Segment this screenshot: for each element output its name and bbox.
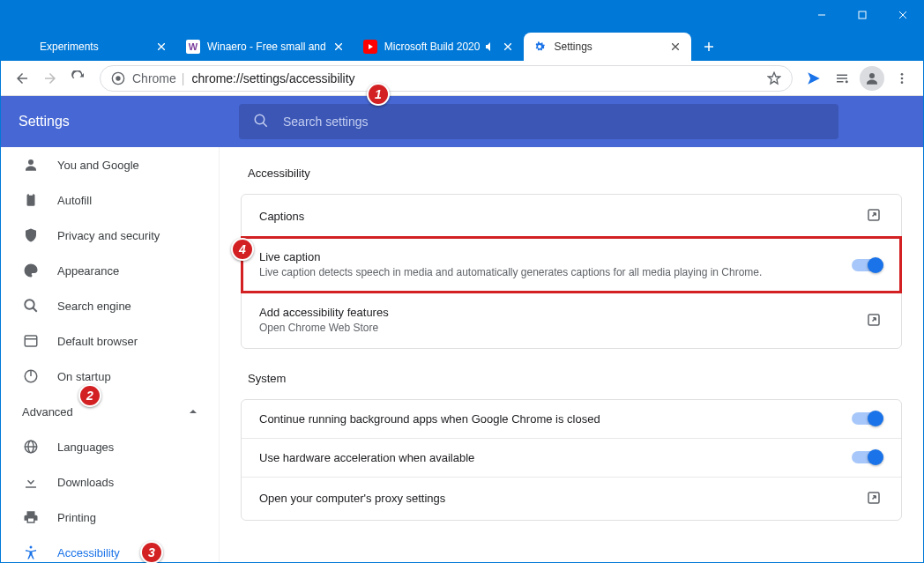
sidebar-item-label: Accessibility bbox=[57, 546, 120, 559]
browser-toolbar: Chrome | chrome://settings/accessibility bbox=[1, 61, 923, 96]
sidebar-item-label: Privacy and security bbox=[57, 229, 160, 242]
row-label: Continue running background apps when Go… bbox=[259, 412, 852, 426]
chevron-up-icon bbox=[189, 405, 197, 419]
row-subtitle: Live caption detects speech in media and… bbox=[259, 265, 852, 280]
extension-icon-2[interactable] bbox=[828, 64, 856, 93]
advanced-label: Advanced bbox=[22, 405, 73, 419]
row-subtitle: Open Chrome Web Store bbox=[259, 321, 866, 336]
close-icon[interactable] bbox=[668, 40, 682, 54]
settings-main: Accessibility Captions Live caption Live… bbox=[220, 147, 923, 563]
captions-row[interactable]: Captions bbox=[242, 195, 901, 237]
section-title: Accessibility bbox=[248, 167, 902, 180]
external-link-icon bbox=[866, 312, 883, 330]
hardware-accel-toggle[interactable] bbox=[852, 451, 883, 463]
svg-rect-17 bbox=[837, 74, 847, 76]
window-minimize-button[interactable] bbox=[801, 1, 842, 29]
tab-strip: Experiments W Winaero - Free small and M… bbox=[1, 29, 923, 61]
svg-rect-18 bbox=[837, 78, 847, 79]
sidebar-item-label: On startup bbox=[57, 370, 111, 383]
sidebar-item-label: Search engine bbox=[57, 300, 131, 313]
section-title: System bbox=[248, 372, 902, 385]
forward-button[interactable] bbox=[36, 64, 64, 93]
svg-line-31 bbox=[33, 307, 37, 312]
svg-rect-19 bbox=[837, 81, 844, 83]
svg-marker-36 bbox=[190, 410, 197, 413]
sidebar-advanced-toggle[interactable]: Advanced bbox=[1, 394, 219, 429]
extension-icon-1[interactable] bbox=[800, 64, 828, 93]
tab-label: Microsoft Build 2020 bbox=[384, 41, 481, 53]
close-icon[interactable] bbox=[154, 40, 168, 54]
new-tab-button[interactable] bbox=[697, 34, 721, 59]
bookmark-star-icon[interactable] bbox=[767, 71, 781, 85]
window-maximize-button[interactable] bbox=[842, 1, 883, 29]
person-icon bbox=[22, 156, 40, 174]
sidebar-item-label: Autofill bbox=[57, 194, 92, 207]
window-close-button[interactable] bbox=[883, 1, 923, 29]
tab-label: Winaero - Free small and bbox=[207, 41, 326, 53]
tab-winaero[interactable]: W Winaero - Free small and bbox=[177, 33, 354, 61]
sidebar-item-search-engine[interactable]: Search engine bbox=[1, 288, 219, 323]
sidebar-item-appearance[interactable]: Appearance bbox=[1, 253, 219, 288]
row-label: Use hardware acceleration when available bbox=[259, 451, 852, 464]
sidebar-item-downloads[interactable]: Downloads bbox=[1, 464, 219, 500]
browser-icon bbox=[22, 332, 40, 350]
svg-point-20 bbox=[846, 80, 848, 83]
svg-point-24 bbox=[901, 81, 904, 84]
search-settings-input[interactable]: Search settings bbox=[239, 104, 838, 139]
sidebar-item-privacy[interactable]: Privacy and security bbox=[1, 218, 219, 253]
close-icon[interactable] bbox=[501, 40, 515, 54]
svg-marker-8 bbox=[369, 44, 373, 49]
address-bar[interactable]: Chrome | chrome://settings/accessibility bbox=[100, 65, 793, 92]
tab-settings[interactable]: Settings bbox=[524, 33, 691, 61]
external-link-icon bbox=[866, 207, 883, 225]
sidebar-item-on-startup[interactable]: On startup bbox=[1, 359, 219, 394]
live-caption-toggle[interactable] bbox=[852, 259, 883, 271]
palette-icon bbox=[22, 262, 40, 279]
svg-point-22 bbox=[901, 73, 904, 76]
external-link-icon bbox=[866, 490, 883, 507]
chrome-icon bbox=[111, 71, 125, 85]
sidebar-item-you-and-google[interactable]: You and Google bbox=[1, 147, 219, 182]
svg-point-25 bbox=[255, 115, 265, 124]
sidebar-item-autofill[interactable]: Autofill bbox=[1, 182, 219, 218]
back-button[interactable] bbox=[8, 64, 36, 93]
url-scheme-label: Chrome bbox=[132, 71, 176, 85]
clipboard-icon bbox=[22, 191, 40, 209]
search-icon bbox=[253, 113, 269, 131]
reload-button[interactable] bbox=[64, 64, 93, 93]
add-features-row[interactable]: Add accessibility features Open Chrome W… bbox=[242, 293, 901, 348]
proxy-settings-row[interactable]: Open your computer's proxy settings bbox=[242, 477, 901, 520]
menu-button[interactable] bbox=[888, 64, 916, 93]
sidebar-item-printing[interactable]: Printing bbox=[1, 500, 219, 535]
sidebar-item-languages[interactable]: Languages bbox=[1, 429, 219, 464]
winaero-icon: W bbox=[186, 40, 200, 54]
search-icon bbox=[22, 297, 40, 315]
svg-point-27 bbox=[28, 159, 34, 165]
close-icon[interactable] bbox=[332, 40, 346, 54]
sidebar-item-label: Appearance bbox=[57, 264, 119, 278]
hardware-accel-row[interactable]: Use hardware acceleration when available bbox=[242, 438, 901, 477]
svg-rect-29 bbox=[29, 193, 34, 196]
window-titlebar bbox=[1, 1, 923, 29]
globe-icon bbox=[22, 438, 40, 456]
background-apps-toggle[interactable] bbox=[852, 412, 883, 425]
sidebar-item-accessibility[interactable]: Accessibility bbox=[1, 535, 219, 563]
tab-label: Settings bbox=[554, 41, 663, 53]
settings-title: Settings bbox=[19, 114, 239, 130]
printer-icon bbox=[22, 508, 40, 526]
sidebar-item-default-browser[interactable]: Default browser bbox=[1, 323, 219, 359]
sidebar-item-label: Downloads bbox=[57, 476, 114, 489]
svg-rect-28 bbox=[27, 194, 35, 206]
tab-youtube[interactable]: Microsoft Build 2020 bbox=[354, 33, 525, 61]
tab-experiments[interactable]: Experiments bbox=[10, 33, 177, 61]
accessibility-card: Captions Live caption Live caption detec… bbox=[241, 194, 902, 349]
profile-avatar[interactable] bbox=[860, 66, 884, 91]
svg-point-41 bbox=[30, 546, 33, 549]
search-placeholder: Search settings bbox=[283, 115, 369, 129]
live-caption-row[interactable]: Live caption Live caption detects speech… bbox=[242, 237, 901, 293]
svg-rect-32 bbox=[25, 336, 37, 346]
background-apps-row[interactable]: Continue running background apps when Go… bbox=[242, 400, 901, 438]
audio-playing-icon[interactable] bbox=[483, 41, 496, 53]
settings-header: Settings Search settings bbox=[1, 96, 923, 147]
content-area: You and Google Autofill Privacy and secu… bbox=[1, 147, 923, 563]
